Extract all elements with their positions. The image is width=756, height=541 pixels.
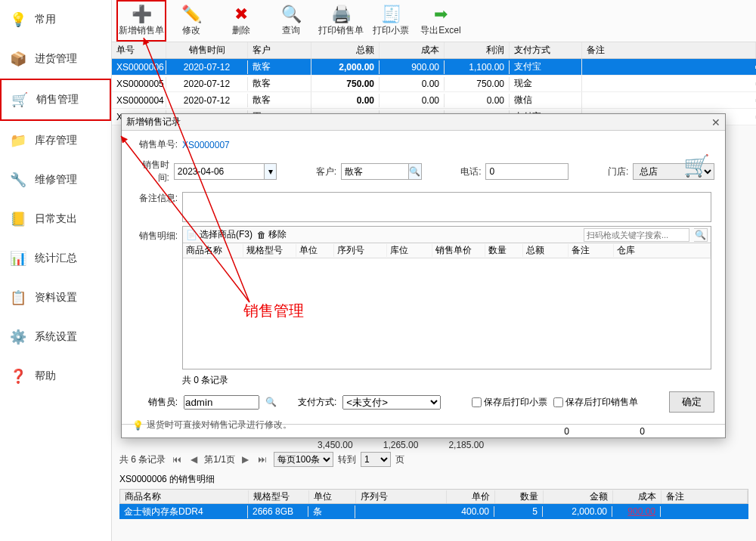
print-order-checkbox[interactable]: 保存后打印销售单	[553, 396, 638, 409]
date-input[interactable]	[174, 163, 265, 180]
sidebar-item-system[interactable]: ⚙️系统设置	[0, 317, 111, 357]
sidebar-item-data[interactable]: 📋资料设置	[0, 278, 111, 317]
sidebar-label: 日常支出	[35, 212, 77, 226]
remark-input[interactable]	[182, 192, 711, 222]
sale-detail-panel: XS0000006 的销售明细 商品名称 规格型号 单位 序列号 单价 数量 金…	[119, 473, 748, 519]
bh-name[interactable]: 商品名称	[120, 490, 249, 503]
last-page-button[interactable]: ⏭	[256, 454, 269, 465]
pager: 共 6 条记录 ⏮ ◀ 第1/1页 ▶ ⏭ 每页100条 转到 1 页	[119, 452, 748, 467]
bh-spec[interactable]: 规格型号	[249, 490, 309, 503]
bh-cost[interactable]: 成本	[613, 490, 662, 503]
bh-unit[interactable]: 单位	[309, 490, 356, 503]
toolbar: ➕新增销售单 ✏️修改 ✖删除 🔍查询 🖨️打印销售单 🧾打印小票 ➡导出Exc…	[112, 0, 756, 42]
ok-button[interactable]: 确定	[669, 391, 714, 413]
dh-spec[interactable]: 规格型号	[243, 244, 296, 257]
col-cost[interactable]: 成本	[380, 42, 445, 58]
search-icon[interactable]: 🔍	[694, 228, 708, 242]
pencil-icon: ✏️	[181, 5, 202, 24]
table-row[interactable]: XS00000052020-07-12散客750.000.00750.00现金	[112, 76, 756, 92]
detail-label: 销售明细:	[132, 230, 178, 243]
cost-link[interactable]: 900.00	[612, 506, 661, 517]
first-page-button[interactable]: ⏮	[170, 454, 184, 465]
dh-wh[interactable]: 仓库	[614, 244, 711, 257]
page-indicator: 第1/1页	[204, 453, 235, 466]
remove-button[interactable]: 🗑移除	[257, 228, 287, 241]
table-row[interactable]: XS00000062020-07-12散客2,000.00900.001,100…	[112, 59, 756, 76]
col-cust[interactable]: 客户	[248, 42, 311, 58]
search-icon[interactable]: 🔍	[265, 397, 277, 407]
sidebar-label: 系统设置	[35, 330, 77, 344]
col-profit[interactable]: 利润	[445, 42, 510, 58]
shopping-cart-icon: 🛒	[683, 153, 710, 178]
bulb-icon: 💡	[132, 420, 144, 431]
goto-label: 转到	[338, 453, 356, 466]
calendar-icon[interactable]: ▾	[265, 163, 277, 180]
print-ticket-button[interactable]: 🧾打印小票	[366, 0, 416, 42]
col-pay[interactable]: 支付方式	[510, 42, 582, 58]
scan-input[interactable]	[584, 228, 689, 242]
table-row[interactable]: XS00000042020-07-12散客0.000.000.00微信	[112, 92, 756, 109]
dh-name[interactable]: 商品名称	[183, 244, 243, 257]
col-rem[interactable]: 备注	[582, 42, 756, 58]
tel-input[interactable]	[485, 163, 569, 180]
select-goods-button[interactable]: 📄选择商品(F3)	[186, 228, 253, 241]
print-order-button[interactable]: 🖨️打印销售单	[316, 0, 366, 42]
sidebar-item-purchase[interactable]: 📦进货管理	[0, 39, 111, 79]
new-sale-button[interactable]: ➕新增销售单	[116, 0, 166, 42]
search-button[interactable]: 🔍查询	[266, 0, 316, 42]
sidebar-label: 帮助	[35, 369, 56, 383]
dh-loc[interactable]: 库位	[387, 244, 432, 257]
tel-label: 电话:	[445, 165, 482, 178]
ledger-icon: 📒	[9, 210, 27, 228]
dialog-titlebar[interactable]: 新增销售记录 ✕	[122, 114, 725, 131]
bh-rem[interactable]: 备注	[662, 490, 748, 503]
detail-title: XS0000006 的销售明细	[119, 473, 748, 486]
detail-header: 商品名称 规格型号 单位 序列号 单价 数量 金额 成本 备注	[119, 489, 748, 504]
dh-rem[interactable]: 备注	[569, 244, 614, 257]
receipt-icon: 🧾	[381, 5, 401, 24]
next-page-button[interactable]: ▶	[240, 454, 251, 465]
sidebar-item-common[interactable]: 💡常用	[0, 0, 111, 39]
export-button[interactable]: ➡导出Excel	[416, 0, 466, 42]
help-icon: ❓	[9, 367, 27, 385]
grid-header: 单号 销售时间 客户 总额 成本 利润 支付方式 备注	[112, 42, 756, 59]
sidebar-item-expense[interactable]: 📒日常支出	[0, 199, 111, 239]
sidebar-item-stats[interactable]: 📊统计汇总	[0, 239, 111, 278]
record-count: 共 0 条记录	[182, 374, 714, 387]
dh-unit[interactable]: 单位	[296, 244, 334, 257]
sidebar-item-repair[interactable]: 🔧维修管理	[0, 160, 111, 199]
bh-amt[interactable]: 金额	[544, 490, 613, 503]
date-label: 销售时间:	[132, 159, 169, 184]
bulb-icon: 💡	[9, 11, 27, 29]
close-icon[interactable]: ✕	[711, 116, 720, 128]
perpage-select[interactable]: 每页100条	[274, 452, 333, 467]
dh-serial[interactable]: 序列号	[334, 244, 387, 257]
goto-select[interactable]: 1	[361, 452, 391, 467]
dh-price[interactable]: 销售单价	[432, 244, 485, 257]
paymethod-select[interactable]: <未支付>	[342, 395, 441, 410]
seller-input[interactable]	[184, 395, 259, 410]
sidebar-item-help[interactable]: ❓帮助	[0, 357, 111, 396]
bh-qty[interactable]: 数量	[495, 490, 544, 503]
list-icon: 📋	[9, 289, 27, 307]
print-ticket-checkbox[interactable]: 保存后打印小票	[472, 396, 547, 409]
col-id[interactable]: 单号	[112, 42, 166, 58]
sidebar-item-sales[interactable]: 🛒销售管理	[0, 79, 111, 121]
col-amt[interactable]: 总额	[311, 42, 380, 58]
delete-button[interactable]: ✖删除	[216, 0, 266, 42]
cust-input[interactable]	[341, 163, 409, 180]
sidebar-label: 进货管理	[35, 52, 77, 66]
prev-page-button[interactable]: ◀	[188, 454, 200, 465]
detail-row[interactable]: 金士顿内存条DDR4 2666 8GB 条 400.00 5 2,000.00 …	[119, 504, 748, 519]
order-no-label: 销售单号:	[132, 138, 178, 151]
sidebar-item-inventory[interactable]: 📁库存管理	[0, 121, 111, 160]
dh-qty[interactable]: 数量	[485, 244, 523, 257]
search-icon[interactable]: 🔍	[409, 163, 421, 180]
bh-price[interactable]: 单价	[447, 490, 495, 503]
printer-icon: 🖨️	[331, 5, 352, 24]
dh-total[interactable]: 总额	[523, 244, 569, 257]
bh-serial[interactable]: 序列号	[356, 490, 447, 503]
col-date[interactable]: 销售时间	[166, 42, 248, 58]
search-icon: 🔍	[281, 5, 302, 24]
edit-button[interactable]: ✏️修改	[166, 0, 216, 42]
